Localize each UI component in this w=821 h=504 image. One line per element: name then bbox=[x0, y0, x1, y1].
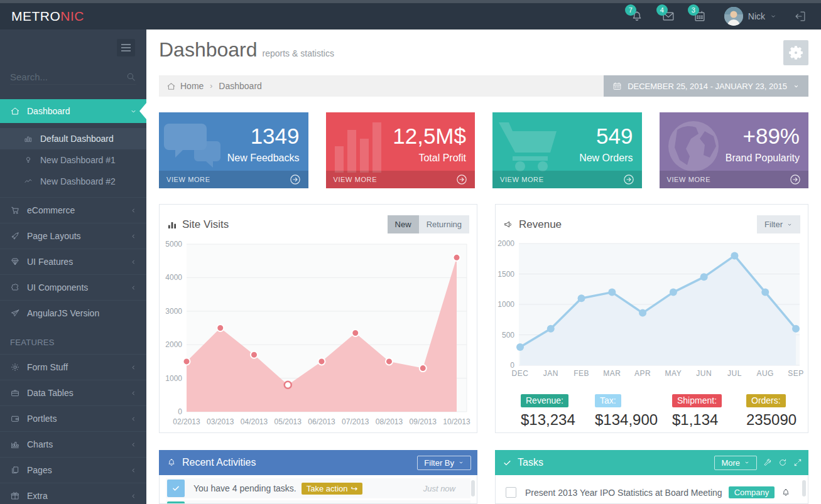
svg-text:05/2013: 05/2013 bbox=[275, 417, 302, 426]
stat-tile-brand-popularity[interactable]: +89%Brand PopularityVIEW MORE bbox=[660, 112, 809, 188]
revenue-portlet: Revenue Filter 0500100015002000DECJANFEB… bbox=[495, 204, 808, 433]
bulb-icon bbox=[24, 156, 40, 164]
scrollbar[interactable] bbox=[802, 480, 806, 496]
sidebar-item-extra[interactable]: Extra bbox=[0, 483, 146, 504]
tile-label: Brand Popularity bbox=[726, 153, 800, 164]
settings-gear-button[interactable] bbox=[783, 40, 808, 65]
arrow-right-circle-icon bbox=[290, 174, 301, 185]
logo[interactable]: METRONIC bbox=[0, 9, 146, 24]
sidebar-item-angularjs-version[interactable]: AngularJS Version bbox=[0, 300, 146, 326]
filter-button[interactable]: Filter bbox=[757, 215, 800, 233]
sidebar-item-charts[interactable]: Charts bbox=[0, 431, 146, 457]
revenue-chart: 0500100015002000DECJANFEBMARAPRMAYJUNJUL… bbox=[496, 236, 808, 380]
envelope-icon[interactable]: 4 bbox=[653, 3, 684, 29]
stat-value: $1,134 bbox=[672, 411, 746, 429]
chevron-left-icon bbox=[129, 206, 138, 215]
sidebar-section-header: FEATURES bbox=[0, 326, 146, 354]
portlet-title: Recent Activities bbox=[182, 457, 256, 468]
sidebar-toggle-icon[interactable] bbox=[117, 39, 135, 56]
activity-icon bbox=[167, 501, 185, 504]
stat-badge: Tax: bbox=[595, 394, 621, 407]
new-button[interactable]: New bbox=[388, 215, 419, 233]
activity-row[interactable]: You have 4 pending tasks.Take action ↪Ju… bbox=[166, 478, 470, 498]
activity-text: You have 4 pending tasks. bbox=[193, 483, 296, 493]
gear-icon bbox=[10, 362, 27, 372]
refresh-icon[interactable] bbox=[778, 458, 787, 467]
sidebar-item-ecommerce[interactable]: eCommerce bbox=[0, 197, 146, 223]
logo-metro: METRO bbox=[11, 9, 60, 23]
portlet-title: Tasks bbox=[518, 457, 543, 468]
task-row[interactable]: Present 2013 Year IPO Statistics at Boar… bbox=[502, 486, 802, 498]
sidebar-subitem-new-dashboard-1[interactable]: New Dashboard #1 bbox=[0, 149, 146, 171]
stat-tile-total-profit[interactable]: 12,5M$Total ProfitVIEW MORE bbox=[326, 112, 476, 188]
view-more-label: VIEW MORE bbox=[166, 176, 210, 183]
scrollbar[interactable] bbox=[471, 480, 475, 496]
filter-by-button[interactable]: Filter By bbox=[417, 456, 471, 470]
svg-text:DEC: DEC bbox=[512, 369, 529, 378]
tile-label: Total Profit bbox=[418, 153, 466, 164]
stat-tile-new-orders[interactable]: 549New OrdersVIEW MORE bbox=[492, 112, 642, 188]
breadcrumb-separator: › bbox=[210, 82, 212, 90]
chevron-left-icon bbox=[129, 466, 138, 475]
puzzle-icon bbox=[10, 282, 27, 292]
more-button[interactable]: More bbox=[714, 456, 757, 470]
sidebar-subitem-new-dashboard-2[interactable]: New Dashboard #2 bbox=[0, 171, 146, 192]
expand-icon[interactable] bbox=[793, 458, 802, 467]
svg-text:JUL: JUL bbox=[727, 369, 742, 378]
sidebar-item-ui-components[interactable]: UI Components bbox=[0, 274, 146, 300]
sidebar-item-pages[interactable]: Pages bbox=[0, 457, 146, 483]
bars-icon bbox=[24, 134, 40, 143]
notification-badge: 4 bbox=[656, 4, 668, 16]
take-action-badge[interactable]: Take action ↪ bbox=[302, 483, 363, 495]
globe-icon bbox=[665, 119, 725, 175]
task-text: Present 2013 Year IPO Statistics at Boar… bbox=[525, 488, 722, 498]
date-range-picker[interactable]: DECEMBER 25, 2014 - JANUARY 23, 2015 bbox=[604, 75, 808, 97]
stat-tile-new-feedbacks[interactable]: 1349New FeedbacksVIEW MORE bbox=[159, 112, 308, 188]
sidebar-item-portlets[interactable]: Portlets bbox=[0, 405, 146, 431]
sidebar-item-page-layouts[interactable]: Page Layouts bbox=[0, 223, 146, 249]
stat-value: $134,900 bbox=[595, 411, 672, 429]
sidebar-item-dashboard[interactable]: Dashboard bbox=[0, 99, 146, 123]
search-input[interactable] bbox=[10, 71, 126, 82]
svg-text:3000: 3000 bbox=[165, 307, 182, 316]
notification-badge: 7 bbox=[625, 4, 636, 16]
sidebar-item-form-stuff[interactable]: Form Stuff bbox=[0, 354, 146, 380]
tile-footer[interactable]: VIEW MORE bbox=[326, 171, 476, 188]
bar-chart-icon bbox=[167, 220, 177, 230]
view-more-label: VIEW MORE bbox=[500, 176, 544, 183]
svg-text:0: 0 bbox=[178, 407, 182, 416]
tile-footer[interactable]: VIEW MORE bbox=[660, 171, 809, 188]
page-header: Dashboard reports & statistics bbox=[146, 29, 821, 75]
returning-button[interactable]: Returning bbox=[419, 215, 469, 233]
trend-icon bbox=[24, 177, 40, 186]
arrow-right-circle-icon bbox=[623, 174, 634, 185]
calendar-grid-icon[interactable]: 3 bbox=[684, 3, 715, 29]
chevron-left-icon bbox=[129, 363, 138, 372]
tile-label: New Feedbacks bbox=[227, 153, 300, 164]
briefcase-icon bbox=[10, 388, 27, 398]
bell-icon bbox=[781, 488, 791, 498]
sidebar-item-data-tables[interactable]: Data Tables bbox=[0, 380, 146, 405]
svg-text:MAR: MAR bbox=[603, 369, 621, 378]
svg-text:500: 500 bbox=[502, 331, 514, 340]
stat-value: 235090 bbox=[746, 411, 802, 429]
task-checkbox[interactable] bbox=[506, 487, 516, 498]
tile-footer[interactable]: VIEW MORE bbox=[159, 171, 308, 188]
logout-icon[interactable] bbox=[793, 9, 807, 23]
arrow-right-circle-icon bbox=[790, 174, 801, 185]
bell-icon[interactable]: 7 bbox=[621, 3, 653, 29]
breadcrumb-home[interactable]: Home bbox=[180, 81, 204, 91]
search-icon[interactable] bbox=[126, 72, 136, 82]
sidebar-item-ui-features[interactable]: UI Features bbox=[0, 249, 146, 274]
sidebar-search bbox=[10, 71, 136, 85]
sidebar-subitem-default-dashboard[interactable]: Default Dashboard bbox=[0, 128, 146, 149]
calendar-icon bbox=[612, 82, 622, 91]
wallet-icon bbox=[10, 414, 27, 424]
svg-text:08/2013: 08/2013 bbox=[376, 417, 403, 426]
activity-row[interactable] bbox=[166, 500, 470, 504]
company-badge[interactable]: Company bbox=[729, 486, 775, 498]
gem-icon bbox=[10, 257, 27, 267]
user-menu[interactable]: Nick bbox=[724, 7, 777, 26]
wrench-icon[interactable] bbox=[763, 458, 772, 467]
tile-footer[interactable]: VIEW MORE bbox=[492, 171, 642, 188]
